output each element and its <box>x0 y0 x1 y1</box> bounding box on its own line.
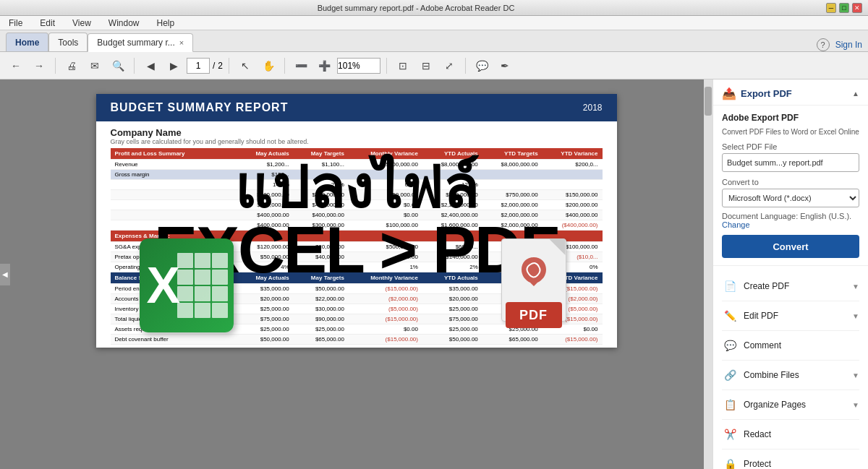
toolbar-forward[interactable]: → <box>29 56 49 76</box>
protect-icon: 🔒 <box>722 456 738 469</box>
redact-icon: ✂️ <box>722 426 738 442</box>
tool-organize-pages[interactable]: 📋 Organize Pages ▼ <box>722 390 859 420</box>
comment-icon: 💬 <box>722 337 738 353</box>
scroll-thumb[interactable] <box>705 87 712 116</box>
pdf-panel: BUDGET SUMMARY REPORT 2018 Company Name … <box>0 79 712 469</box>
title-bar: Budget summary report.pdf - Adobe Acroba… <box>0 0 868 16</box>
excel-icon: X <box>140 238 234 332</box>
close-button[interactable]: ✕ <box>852 3 862 13</box>
tab-document[interactable]: Budget summary r... × <box>88 33 193 52</box>
pdf-icon-corner <box>550 239 566 255</box>
combine-expand: ▼ <box>852 371 859 379</box>
toolbar-sep-6 <box>465 58 466 74</box>
right-panel-header: 📤 Export PDF ▲ <box>713 79 868 106</box>
toolbar-pan[interactable]: ✋ <box>258 56 278 76</box>
expand-icon[interactable]: ▲ <box>852 90 859 98</box>
tool-edit-pdf[interactable]: ✏️ Edit PDF ▼ <box>722 301 859 331</box>
doc-language-label: Document Language: <box>722 212 798 220</box>
toolbar-zoom-in[interactable]: ➕ <box>314 56 334 76</box>
sign-in-label: Sign In <box>835 40 862 50</box>
sign-in-button[interactable]: Sign In <box>835 40 862 50</box>
table-row: 14.5% -2.0% 0.3% 12.5% <box>111 180 603 190</box>
toolbar-next-page[interactable]: ▶ <box>163 56 184 76</box>
acrobat-logo <box>516 254 552 290</box>
tool-comment[interactable]: 💬 Comment <box>722 331 859 361</box>
combine-label: Combine Files <box>744 370 799 380</box>
create-pdf-expand: ▼ <box>852 283 859 291</box>
toolbar-fullscreen[interactable]: ⤢ <box>439 56 459 76</box>
toolbar-comment[interactable]: 💬 <box>472 56 492 76</box>
page-total: 2 <box>218 61 223 71</box>
change-link[interactable]: Change <box>722 220 750 229</box>
company-name: Company Name <box>111 127 603 138</box>
pdf-note: Gray cells are calculated for you and ge… <box>111 138 603 145</box>
maximize-button[interactable]: □ <box>839 3 849 13</box>
excel-grid <box>177 253 228 318</box>
title-bar-text: Budget summary report.pdf - Adobe Acroba… <box>6 4 826 12</box>
help-button[interactable]: ? <box>817 38 830 51</box>
edit-pdf-expand: ▼ <box>852 312 859 320</box>
organize-icon: 📋 <box>722 397 738 413</box>
tool-create-pdf[interactable]: 📄 Create PDF ▼ <box>722 272 859 301</box>
tab-tools[interactable]: Tools <box>48 33 88 51</box>
toolbar-markup[interactable]: ✒ <box>495 56 515 76</box>
toolbar-sep-2 <box>134 58 135 74</box>
menu-bar: File Edit View Window Help <box>0 16 868 30</box>
menu-edit[interactable]: Edit <box>37 17 58 30</box>
pl-header-label: Profit and Loss Summary <box>111 148 239 160</box>
table-row: $400,000.00 $300,000.00 $100,000.00 $1,6… <box>111 220 603 231</box>
menu-help[interactable]: Help <box>154 17 178 30</box>
organize-expand: ▼ <box>852 401 859 409</box>
pl-section-header: Profit and Loss Summary May Actuals May … <box>111 148 603 160</box>
toolbar-zoom-out[interactable]: ➖ <box>291 56 311 76</box>
pdf-title: BUDGET SUMMARY REPORT <box>111 101 289 114</box>
select-file-input[interactable] <box>722 153 859 172</box>
tab-bar: Home Tools Budget summary r... × ? Sign … <box>0 30 868 52</box>
pl-col6: YTD Variance <box>542 148 603 160</box>
table-row: Gross margin $150... <box>111 170 603 180</box>
tool-redact[interactable]: ✂️ Redact <box>722 420 859 449</box>
page-input[interactable] <box>187 58 210 74</box>
toolbar-fit-page[interactable]: ⊡ <box>393 56 413 76</box>
toolbar-print[interactable]: 🖨 <box>61 56 82 76</box>
menu-file[interactable]: File <box>6 17 25 30</box>
tab-document-label: Budget summary r... <box>97 38 174 48</box>
toolbar: ← → 🖨 ✉ 🔍 ◀ ▶ / 2 ↖ ✋ ➖ ➕ ⊡ ⊟ ⤢ 💬 ✒ <box>0 52 868 79</box>
tools-list: 📄 Create PDF ▼ ✏️ Edit PDF ▼ 💬 Comment <box>713 266 868 469</box>
menu-window[interactable]: Window <box>106 17 142 30</box>
zoom-input[interactable] <box>337 58 380 74</box>
adobe-export-title: Adobe Export PDF <box>722 113 859 123</box>
table-row: $400,000.00 $400,000.00 $0.00 $2,400,000… <box>111 210 603 220</box>
combine-icon: 🔗 <box>722 367 738 383</box>
convert-button[interactable]: Convert <box>722 235 859 258</box>
main-area: BUDGET SUMMARY REPORT 2018 Company Name … <box>0 79 868 469</box>
toolbar-search[interactable]: 🔍 <box>108 56 128 76</box>
pl-col5: YTD Targets <box>482 148 542 160</box>
tab-tools-label: Tools <box>58 38 78 48</box>
convert-to-select[interactable]: Microsoft Word (*.docx) Microsoft Excel … <box>722 189 859 207</box>
tab-home[interactable]: Home <box>6 33 48 51</box>
menu-view[interactable]: View <box>69 17 94 30</box>
pdf-header: BUDGET SUMMARY REPORT 2018 <box>96 94 617 121</box>
convert-to-label: Convert to <box>722 178 859 186</box>
toolbar-back[interactable]: ← <box>6 56 26 76</box>
tool-combine-files[interactable]: 🔗 Combine Files ▼ <box>722 361 859 390</box>
tab-right-area: ? Sign In <box>817 38 862 51</box>
toolbar-prev-page[interactable]: ◀ <box>140 56 161 76</box>
minimize-button[interactable]: ─ <box>826 3 836 13</box>
panel-collapse-arrow[interactable]: ◀ <box>0 264 10 285</box>
pdf-badge: PDF <box>506 302 562 328</box>
tab-close-button[interactable]: × <box>179 38 184 47</box>
toolbar-fit-width[interactable]: ⊟ <box>416 56 436 76</box>
table-row: $200,000.00 $150,000.00 $50,000.00 $600,… <box>111 190 603 200</box>
comment-label: Comment <box>744 340 781 350</box>
pl-col4: YTD Actuals <box>422 148 482 160</box>
scrollbar[interactable] <box>704 79 712 469</box>
protect-label: Protect <box>744 459 771 469</box>
toolbar-email[interactable]: ✉ <box>85 56 105 76</box>
pl-col2: May Targets <box>294 148 349 160</box>
title-bar-controls: ─ □ ✕ <box>826 3 862 13</box>
tool-protect[interactable]: 🔒 Protect <box>722 449 859 469</box>
toolbar-select[interactable]: ↖ <box>235 56 255 76</box>
redact-label: Redact <box>744 429 771 439</box>
